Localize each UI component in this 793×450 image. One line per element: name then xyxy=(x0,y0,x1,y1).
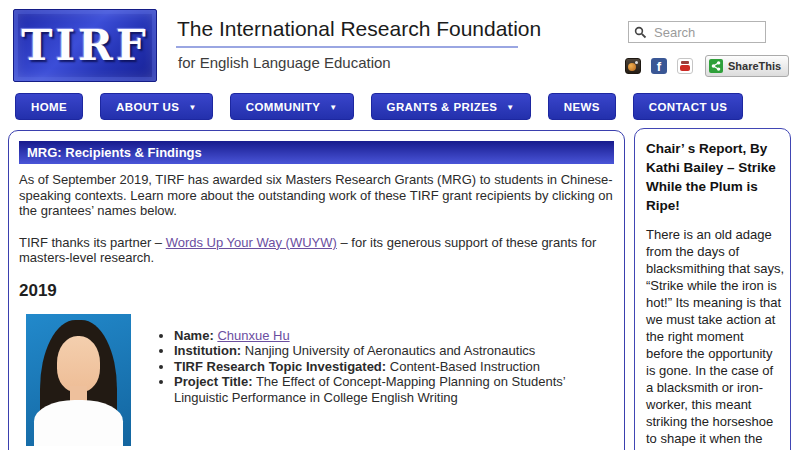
photo-face-shape xyxy=(57,336,100,392)
title-underline-rule xyxy=(176,46,518,48)
search-box[interactable] xyxy=(628,21,766,43)
search-icon xyxy=(634,26,647,39)
sidebar-chairs-report: Chair’ s Report, By Kathi Bailey – Strik… xyxy=(634,128,791,450)
nav-item-contact-us[interactable]: CONTACT US xyxy=(633,93,744,120)
nav-item-about-us[interactable]: ABOUT US ▼ xyxy=(100,93,213,120)
social-icons-row: f ShareThis xyxy=(625,55,789,77)
chevron-down-icon: ▼ xyxy=(188,103,196,112)
instagram-icon[interactable] xyxy=(625,58,641,74)
grantee-photo xyxy=(26,314,131,446)
sharethis-label: ShareThis xyxy=(728,60,781,72)
nav-item-home[interactable]: HOME xyxy=(15,93,83,120)
chevron-down-icon: ▼ xyxy=(329,103,337,112)
facebook-icon[interactable]: f xyxy=(651,58,667,74)
intro-paragraph: As of September 2019, TIRF has awarded s… xyxy=(19,172,614,219)
sidebar-body: There is an old adage from the days of b… xyxy=(646,226,784,450)
grantee-details-list: Name: Chunxue Hu Institution: Nanjing Un… xyxy=(157,328,614,406)
site-subtitle: for English Language Education xyxy=(178,54,391,71)
sharethis-button[interactable]: ShareThis xyxy=(705,55,789,77)
list-item-institution: Institution: Nanjing University of Aeron… xyxy=(174,343,614,359)
year-heading: 2019 xyxy=(19,281,614,301)
search-input[interactable] xyxy=(652,24,760,41)
nav-item-grants-prizes[interactable]: GRANTS & PRIZES ▼ xyxy=(371,93,531,120)
youtube-icon[interactable] xyxy=(677,58,693,74)
share-icon xyxy=(709,59,723,73)
main-navigation: HOME ABOUT US ▼ COMMUNITY ▼ GRANTS & PRI… xyxy=(15,93,743,120)
grantee-entry: Name: Chunxue Hu Institution: Nanjing Un… xyxy=(26,314,614,450)
list-item-project-title: Project Title: The Effect of Concept-Map… xyxy=(174,374,614,405)
tirf-logo-text: TIRF xyxy=(21,21,149,70)
list-item-research-topic: TIRF Research Topic Investigated: Conten… xyxy=(174,359,614,375)
nav-item-community[interactable]: COMMUNITY ▼ xyxy=(230,93,354,120)
list-item-name: Name: Chunxue Hu xyxy=(174,328,614,344)
partner-paragraph: TIRF thanks its partner – Words Up Your … xyxy=(19,235,614,266)
grantee-name-link[interactable]: Chunxue Hu xyxy=(217,328,289,343)
tirf-logo[interactable]: TIRF xyxy=(13,9,157,82)
page-title: MRG: Recipients & Findings xyxy=(19,141,614,164)
site-title: The International Research Foundation xyxy=(177,17,541,41)
wuyw-link[interactable]: Words Up Your Way (WUYW) xyxy=(166,235,337,250)
nav-item-news[interactable]: NEWS xyxy=(548,93,616,120)
main-content-box: MRG: Recipients & Findings As of Septemb… xyxy=(8,130,625,450)
sidebar-title: Chair’ s Report, By Kathi Bailey – Strik… xyxy=(646,139,780,215)
chevron-down-icon: ▼ xyxy=(506,103,514,112)
photo-shirt-shape xyxy=(34,400,123,446)
